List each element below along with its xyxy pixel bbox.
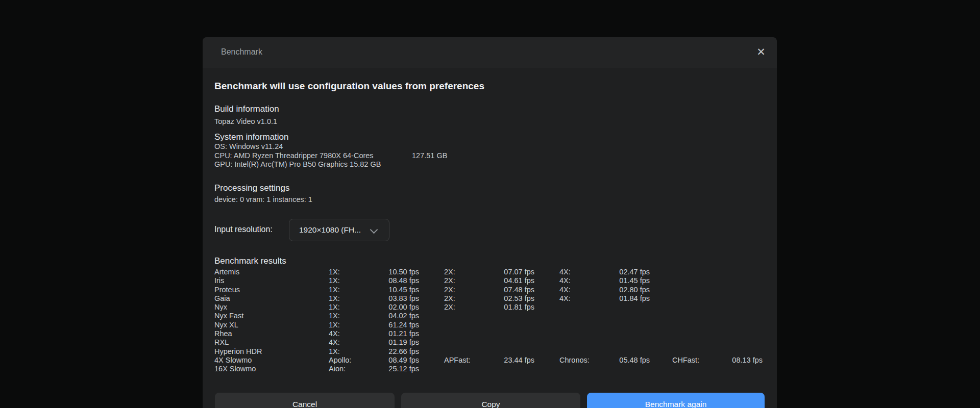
build-information-heading: Build information: [214, 104, 279, 114]
model-name: Nyx Fast: [214, 312, 243, 320]
fps-value: 01.81 fps: [483, 303, 534, 311]
dialog-title: Benchmark: [221, 37, 262, 67]
fps-value: 04.02 fps: [368, 312, 419, 320]
model-name: Hyperion HDR: [214, 347, 262, 355]
fps-value: 05.48 fps: [598, 356, 650, 364]
processing-settings-heading: Processing settings: [214, 183, 289, 193]
benchmark-results-heading: Benchmark results: [214, 256, 286, 266]
model-name: RXL: [214, 338, 229, 346]
fps-value: 07.48 fps: [483, 286, 534, 294]
scale-label: APFast:: [444, 356, 471, 364]
gpu-line: GPU: Intel(R) Arc(TM) Pro B50 Graphics 1…: [214, 160, 674, 169]
fps-value: 01.21 fps: [368, 329, 419, 338]
build-version: Topaz Video v1.0.1: [214, 117, 277, 125]
copy-button[interactable]: Copy: [401, 393, 580, 408]
model-name: Nyx: [214, 303, 227, 311]
scale-label: 4X:: [329, 329, 340, 338]
input-resolution-label: Input resolution:: [214, 225, 273, 234]
processing-settings-line: device: 0 vram: 1 instances: 1: [214, 195, 312, 203]
model-name: Proteus: [214, 286, 240, 294]
fps-value: 08.48 fps: [368, 276, 419, 285]
fps-value: 02.80 fps: [598, 286, 650, 294]
dialog-titlebar: Benchmark ✕: [203, 37, 777, 67]
fps-value: 08.49 fps: [368, 356, 419, 364]
chevron-down-icon: [370, 226, 378, 234]
result-row: 4X SlowmoApollo:08.49 fpsAPFast:23.44 fp…: [214, 356, 768, 365]
scale-label: 1X:: [329, 321, 340, 329]
fps-value: 10.45 fps: [368, 286, 419, 294]
scale-label: Aion:: [329, 365, 346, 373]
fps-value: 04.61 fps: [483, 276, 534, 285]
os-value: OS: Windows v11.24: [214, 142, 283, 150]
fps-value: 01.19 fps: [368, 338, 419, 346]
results-rows: Artemis1X:10.50 fps2X:07.07 fps4X:02.47 …: [214, 268, 768, 374]
scale-label: 4X:: [559, 286, 571, 294]
fps-value: 02.47 fps: [598, 268, 650, 276]
scale-label: 1X:: [329, 303, 340, 311]
fps-value: 22.66 fps: [368, 347, 419, 355]
os-line: OS: Windows v11.24: [214, 142, 674, 151]
model-name: Nyx XL: [214, 321, 238, 329]
ram-value: 127.51 GB: [412, 151, 447, 161]
scale-label: 4X:: [329, 338, 340, 346]
result-row: Nyx XL1X:61.24 fps: [214, 321, 768, 329]
model-name: Iris: [214, 276, 224, 285]
scale-label: 1X:: [329, 268, 340, 276]
fps-value: 08.13 fps: [711, 356, 763, 364]
result-row: Proteus1X:10.45 fps2X:07.48 fps4X:02.80 …: [214, 286, 768, 294]
close-icon[interactable]: ✕: [753, 44, 769, 60]
model-name: 4X Slowmo: [214, 356, 252, 364]
system-information-block: OS: Windows v11.24 CPU: AMD Ryzen Thread…: [214, 142, 674, 169]
benchmark-again-button[interactable]: Benchmark again: [587, 393, 765, 408]
scale-label: 1X:: [329, 347, 340, 355]
cpu-line: CPU: AMD Ryzen Threadripper 7980X 64-Cor…: [214, 151, 674, 161]
model-name: 16X Slowmo: [214, 365, 256, 373]
benchmark-dialog: Benchmark ✕ Benchmark will use configura…: [203, 37, 777, 408]
scale-label: 2X:: [444, 276, 455, 285]
result-row: Iris1X:08.48 fps2X:04.61 fps4X:01.45 fps: [214, 276, 768, 285]
scale-label: Chronos:: [559, 356, 590, 364]
scale-label: 4X:: [559, 276, 571, 285]
fps-value: 23.44 fps: [483, 356, 534, 364]
preferences-note: Benchmark will use configuration values …: [214, 81, 484, 92]
result-row: Nyx Fast1X:04.02 fps: [214, 312, 768, 320]
scale-label: 1X:: [329, 276, 340, 285]
scale-label: CHFast:: [672, 356, 699, 364]
fps-value: 01.45 fps: [598, 276, 650, 285]
gpu-value: GPU: Intel(R) Arc(TM) Pro B50 Graphics 1…: [214, 160, 381, 168]
scale-label: 1X:: [329, 294, 340, 302]
result-row: 16X SlowmoAion:25.12 fps: [214, 365, 768, 373]
fps-value: 02.53 fps: [483, 294, 534, 302]
cpu-value: CPU: AMD Ryzen Threadripper 7980X 64-Cor…: [214, 151, 374, 160]
cancel-button[interactable]: Cancel: [215, 393, 395, 408]
scale-label: 4X:: [559, 268, 571, 276]
model-name: Artemis: [214, 268, 239, 276]
fps-value: 25.12 fps: [368, 365, 419, 373]
model-name: Rhea: [214, 329, 232, 338]
fps-value: 07.07 fps: [483, 268, 534, 276]
scale-label: 1X:: [329, 286, 340, 294]
input-resolution-dropdown[interactable]: 1920×1080 (FH...: [289, 219, 389, 241]
scale-label: 2X:: [444, 294, 455, 302]
fps-value: 10.50 fps: [368, 268, 419, 276]
fps-value: 01.84 fps: [598, 294, 650, 302]
scale-label: 2X:: [444, 303, 455, 311]
input-resolution-value: 1920×1080 (FH...: [299, 219, 361, 241]
fps-value: 61.24 fps: [368, 321, 419, 329]
scale-label: Apollo:: [329, 356, 351, 364]
result-row: Nyx1X:02.00 fps2X:01.81 fps: [214, 303, 768, 312]
result-row: Artemis1X:10.50 fps2X:07.07 fps4X:02.47 …: [214, 268, 768, 276]
result-row: Gaia1X:03.83 fps2X:02.53 fps4X:01.84 fps: [214, 294, 768, 303]
fps-value: 02.00 fps: [368, 303, 419, 311]
result-row: Hyperion HDR1X:22.66 fps: [214, 347, 768, 356]
scale-label: 2X:: [444, 286, 455, 294]
model-name: Gaia: [214, 294, 230, 302]
system-information-heading: System information: [214, 132, 289, 142]
result-row: RXL4X:01.19 fps: [214, 338, 768, 347]
scale-label: 2X:: [444, 268, 455, 276]
scale-label: 4X:: [559, 294, 571, 302]
fps-value: 03.83 fps: [368, 294, 419, 302]
result-row: Rhea4X:01.21 fps: [214, 329, 768, 338]
scale-label: 1X:: [329, 312, 340, 320]
